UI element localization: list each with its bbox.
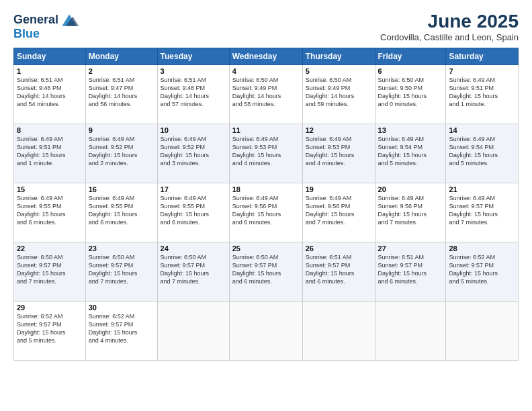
- day-number: 27: [378, 244, 443, 253]
- cell-12-thursday: 12Sunrise: 6:49 AM Sunset: 9:53 PM Dayli…: [302, 124, 375, 183]
- day-number: 18: [232, 185, 300, 193]
- day-info: Sunrise: 6:49 AM Sunset: 9:57 PM Dayligh…: [449, 194, 515, 227]
- cell-20-friday: 20Sunrise: 6:49 AM Sunset: 9:56 PM Dayli…: [375, 183, 446, 242]
- day-info: Sunrise: 6:49 AM Sunset: 9:55 PM Dayligh…: [89, 194, 154, 227]
- day-number: 7: [449, 67, 515, 75]
- logo-icon: [60, 11, 79, 30]
- day-info: Sunrise: 6:49 AM Sunset: 9:56 PM Dayligh…: [232, 194, 300, 227]
- subtitle: Cordovilla, Castille and Leon, Spain: [380, 32, 519, 42]
- day-number: 14: [449, 126, 515, 134]
- cell-empty-wednesday: [229, 302, 302, 361]
- day-info: Sunrise: 6:49 AM Sunset: 9:52 PM Dayligh…: [89, 135, 154, 168]
- day-info: Sunrise: 6:49 AM Sunset: 9:55 PM Dayligh…: [161, 194, 226, 227]
- day-info: Sunrise: 6:49 AM Sunset: 9:51 PM Dayligh…: [17, 135, 83, 168]
- cell-9-monday: 9Sunrise: 6:49 AM Sunset: 9:52 PM Daylig…: [85, 124, 157, 183]
- cell-22-sunday: 22Sunrise: 6:50 AM Sunset: 9:57 PM Dayli…: [14, 242, 86, 302]
- title-block: June 2025 Cordovilla, Castille and Leon,…: [380, 11, 519, 42]
- cell-24-tuesday: 24Sunrise: 6:50 AM Sunset: 9:57 PM Dayli…: [157, 242, 229, 302]
- day-number: 15: [17, 185, 83, 193]
- day-number: 26: [306, 244, 372, 253]
- col-header-friday: Friday: [375, 48, 446, 65]
- day-info: Sunrise: 6:51 AM Sunset: 9:57 PM Dayligh…: [306, 253, 372, 286]
- cell-3-tuesday: 3Sunrise: 6:51 AM Sunset: 9:48 PM Daylig…: [157, 65, 229, 124]
- day-info: Sunrise: 6:51 AM Sunset: 9:47 PM Dayligh…: [89, 76, 154, 109]
- day-info: Sunrise: 6:50 AM Sunset: 9:57 PM Dayligh…: [232, 253, 300, 286]
- col-header-saturday: Saturday: [446, 48, 519, 65]
- col-header-thursday: Thursday: [302, 48, 375, 65]
- cell-13-friday: 13Sunrise: 6:49 AM Sunset: 9:54 PM Dayli…: [375, 124, 446, 183]
- day-number: 6: [378, 67, 443, 75]
- day-number: 12: [306, 126, 372, 134]
- day-number: 28: [449, 244, 515, 253]
- day-info: Sunrise: 6:50 AM Sunset: 9:57 PM Dayligh…: [161, 253, 226, 286]
- day-number: 29: [17, 304, 83, 312]
- day-info: Sunrise: 6:51 AM Sunset: 9:48 PM Dayligh…: [161, 76, 226, 109]
- cell-27-friday: 27Sunrise: 6:51 AM Sunset: 9:57 PM Dayli…: [375, 242, 446, 302]
- day-number: 9: [89, 126, 154, 134]
- day-number: 4: [232, 67, 300, 75]
- col-header-tuesday: Tuesday: [157, 48, 229, 65]
- cell-5-thursday: 5Sunrise: 6:50 AM Sunset: 9:49 PM Daylig…: [302, 65, 375, 124]
- week-row-5: 29Sunrise: 6:52 AM Sunset: 9:57 PM Dayli…: [14, 302, 519, 361]
- day-info: Sunrise: 6:49 AM Sunset: 9:55 PM Dayligh…: [17, 194, 83, 227]
- day-info: Sunrise: 6:50 AM Sunset: 9:49 PM Dayligh…: [306, 76, 372, 109]
- day-number: 22: [17, 244, 83, 253]
- day-info: Sunrise: 6:50 AM Sunset: 9:57 PM Dayligh…: [89, 253, 154, 286]
- page: General Blue June 2025 Cordovilla, Casti…: [0, 0, 532, 411]
- day-info: Sunrise: 6:52 AM Sunset: 9:57 PM Dayligh…: [89, 312, 154, 345]
- cell-26-thursday: 26Sunrise: 6:51 AM Sunset: 9:57 PM Dayli…: [302, 242, 375, 302]
- cell-2-monday: 2Sunrise: 6:51 AM Sunset: 9:47 PM Daylig…: [85, 65, 157, 124]
- cell-21-saturday: 21Sunrise: 6:49 AM Sunset: 9:57 PM Dayli…: [446, 183, 519, 242]
- day-info: Sunrise: 6:49 AM Sunset: 9:56 PM Dayligh…: [378, 194, 443, 227]
- cell-23-monday: 23Sunrise: 6:50 AM Sunset: 9:57 PM Dayli…: [85, 242, 157, 302]
- day-info: Sunrise: 6:49 AM Sunset: 9:56 PM Dayligh…: [306, 194, 372, 227]
- day-number: 21: [449, 185, 515, 193]
- cell-empty-friday: [375, 302, 446, 361]
- day-number: 8: [17, 126, 83, 134]
- day-number: 2: [89, 67, 154, 75]
- day-info: Sunrise: 6:49 AM Sunset: 9:51 PM Dayligh…: [449, 76, 515, 109]
- week-row-4: 22Sunrise: 6:50 AM Sunset: 9:57 PM Dayli…: [14, 242, 519, 302]
- day-info: Sunrise: 6:50 AM Sunset: 9:57 PM Dayligh…: [17, 253, 83, 286]
- week-row-2: 8Sunrise: 6:49 AM Sunset: 9:51 PM Daylig…: [14, 124, 519, 183]
- cell-empty-saturday: [446, 302, 519, 361]
- day-info: Sunrise: 6:49 AM Sunset: 9:54 PM Dayligh…: [449, 135, 515, 168]
- week-row-1: 1Sunrise: 6:51 AM Sunset: 9:46 PM Daylig…: [14, 65, 519, 124]
- cell-28-saturday: 28Sunrise: 6:52 AM Sunset: 9:57 PM Dayli…: [446, 242, 519, 302]
- cell-19-thursday: 19Sunrise: 6:49 AM Sunset: 9:56 PM Dayli…: [302, 183, 375, 242]
- week-row-3: 15Sunrise: 6:49 AM Sunset: 9:55 PM Dayli…: [14, 183, 519, 242]
- month-title: June 2025: [380, 11, 519, 32]
- header: General Blue June 2025 Cordovilla, Casti…: [13, 11, 519, 42]
- day-number: 30: [89, 304, 154, 312]
- cell-16-monday: 16Sunrise: 6:49 AM Sunset: 9:55 PM Dayli…: [85, 183, 157, 242]
- day-number: 3: [161, 67, 226, 75]
- cell-18-wednesday: 18Sunrise: 6:49 AM Sunset: 9:56 PM Dayli…: [229, 183, 302, 242]
- day-info: Sunrise: 6:49 AM Sunset: 9:52 PM Dayligh…: [161, 135, 226, 168]
- cell-6-friday: 6Sunrise: 6:50 AM Sunset: 9:50 PM Daylig…: [375, 65, 446, 124]
- day-number: 19: [306, 185, 372, 193]
- day-info: Sunrise: 6:49 AM Sunset: 9:53 PM Dayligh…: [232, 135, 300, 168]
- cell-4-wednesday: 4Sunrise: 6:50 AM Sunset: 9:49 PM Daylig…: [229, 65, 302, 124]
- day-info: Sunrise: 6:51 AM Sunset: 9:57 PM Dayligh…: [378, 253, 443, 286]
- cell-29-sunday: 29Sunrise: 6:52 AM Sunset: 9:57 PM Dayli…: [14, 302, 86, 361]
- day-number: 23: [89, 244, 154, 253]
- day-number: 25: [232, 244, 300, 253]
- cell-14-saturday: 14Sunrise: 6:49 AM Sunset: 9:54 PM Dayli…: [446, 124, 519, 183]
- day-number: 5: [306, 67, 372, 75]
- day-number: 24: [161, 244, 226, 253]
- cell-empty-tuesday: [157, 302, 229, 361]
- cell-15-sunday: 15Sunrise: 6:49 AM Sunset: 9:55 PM Dayli…: [14, 183, 86, 242]
- cell-10-tuesday: 10Sunrise: 6:49 AM Sunset: 9:52 PM Dayli…: [157, 124, 229, 183]
- day-number: 11: [232, 126, 300, 134]
- day-info: Sunrise: 6:49 AM Sunset: 9:53 PM Dayligh…: [306, 135, 372, 168]
- cell-30-monday: 30Sunrise: 6:52 AM Sunset: 9:57 PM Dayli…: [85, 302, 157, 361]
- cell-11-wednesday: 11Sunrise: 6:49 AM Sunset: 9:53 PM Dayli…: [229, 124, 302, 183]
- day-info: Sunrise: 6:51 AM Sunset: 9:46 PM Dayligh…: [17, 76, 83, 109]
- day-number: 1: [17, 67, 83, 75]
- logo-text: General: [13, 13, 58, 27]
- col-header-sunday: Sunday: [14, 48, 86, 65]
- day-number: 13: [378, 126, 443, 134]
- cell-8-sunday: 8Sunrise: 6:49 AM Sunset: 9:51 PM Daylig…: [14, 124, 86, 183]
- day-info: Sunrise: 6:50 AM Sunset: 9:49 PM Dayligh…: [232, 76, 300, 109]
- day-number: 16: [89, 185, 154, 193]
